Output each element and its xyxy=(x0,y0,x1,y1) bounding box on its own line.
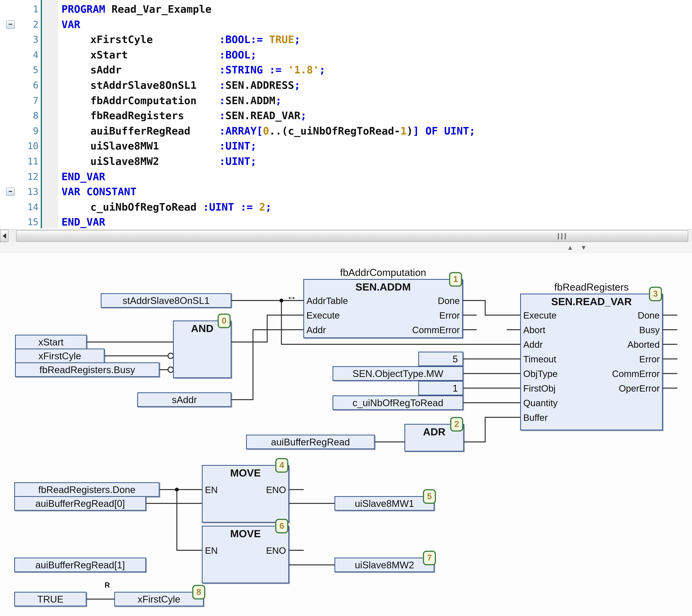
st-declaration-editor[interactable]: 1PROGRAM Read_Var_Example2−VAR3xFirstCyl… xyxy=(0,0,692,228)
code-line[interactable]: uiSlave8MW2:UINT; xyxy=(62,154,257,169)
fb-block-move2[interactable]: MOVEENENO xyxy=(202,526,289,583)
var-box-quantity-value[interactable]: c_uiNbOfRegToRead xyxy=(332,395,463,410)
inout-arrow-icon: ↔ xyxy=(286,290,297,303)
output-pin-eno: ENO xyxy=(266,545,286,556)
code-line[interactable]: xFirstCyle:BOOL:= TRUE; xyxy=(62,32,300,47)
scrollbar-grip-icon xyxy=(558,233,566,239)
code-line[interactable]: fbReadRegisters:SEN.READ_VAR; xyxy=(62,108,307,123)
output-pin-busy: Busy xyxy=(639,325,660,335)
line-number: 4 xyxy=(0,47,39,63)
code-line[interactable]: stAddrSlave8OnSL1:SEN.ADDRESS; xyxy=(62,78,300,93)
input-pin-addr: Addr xyxy=(306,325,326,335)
code-line[interactable]: END_VAR xyxy=(62,215,105,230)
input-pin-objtype: ObjType xyxy=(523,369,558,379)
input-pin-execute: Execute xyxy=(306,310,340,321)
code-line[interactable]: fbAddrComputation:SEN.ADDM; xyxy=(62,93,282,108)
fbd-network-canvas: stAddrSlave8OnSL1xStartxFirstCylefbReadR… xyxy=(0,253,692,616)
input-pin-en: EN xyxy=(205,485,218,495)
code-line[interactable]: uiSlave8MW1:UINT; xyxy=(62,138,257,154)
line-number: 6 xyxy=(0,78,39,93)
var-box-timeout-value[interactable]: 5 xyxy=(418,352,463,366)
var-box-fbReadRegisters.Done[interactable]: fbReadRegisters.Done xyxy=(14,482,159,497)
execution-order-badge: 5 xyxy=(423,489,436,504)
fold-collapse-button[interactable]: − xyxy=(6,188,15,196)
plc-ide-view: 1PROGRAM Read_Var_Example2−VAR3xFirstCyl… xyxy=(0,0,692,616)
var-box-auiBufferRegRead[interactable]: auiBufferRegRead xyxy=(246,435,375,449)
var-box-xFirstCyle-out[interactable]: xFirstCyle xyxy=(114,592,204,607)
instance-label-fbAddrComputation: fbAddrComputation xyxy=(303,267,463,279)
scrollbar-left-arrow-button[interactable] xyxy=(0,230,8,242)
output-pin-commerror: CommError xyxy=(612,369,660,379)
code-line[interactable]: auiBufferRegRead:ARRAY[0..(c_uiNbOfRegTo… xyxy=(62,123,475,139)
input-pin-quantity: Quantity xyxy=(523,398,558,409)
code-line[interactable]: END_VAR xyxy=(62,169,105,184)
line-number: 9 xyxy=(0,123,39,139)
code-line[interactable]: c_uiNbOfRegToRead :UINT := 2; xyxy=(62,199,272,215)
code-line[interactable]: VAR CONSTANT xyxy=(62,184,136,199)
var-box-objtype-value[interactable]: SEN.ObjectType.MW xyxy=(332,366,463,381)
left-arrow-icon xyxy=(2,233,6,239)
block-title: SEN.READ_VAR xyxy=(521,296,662,308)
var-box-fbReadRegisters.Busy[interactable]: fbReadRegisters.Busy xyxy=(15,362,159,377)
input-pin-addr: Addr xyxy=(523,339,543,350)
execution-order-badge: 4 xyxy=(275,458,288,473)
splitter-expand-up-button[interactable]: ▲ xyxy=(564,244,576,252)
input-pin-execute: Execute xyxy=(523,310,557,321)
var-box-uiSlave8MW2[interactable]: uiSlave8MW2 xyxy=(334,557,434,572)
var-box-uiSlave8MW1[interactable]: uiSlave8MW1 xyxy=(334,496,434,511)
code-line[interactable]: sAddr:STRING := '1.8'; xyxy=(62,62,325,78)
var-box-stAddrSlave8OnSL1[interactable]: stAddrSlave8OnSL1 xyxy=(101,293,232,308)
line-number: 7 xyxy=(0,93,39,108)
execution-order-badge: 2 xyxy=(450,417,463,432)
line-number: 10 xyxy=(0,138,39,154)
fb-block-move1[interactable]: MOVEENENO xyxy=(202,465,289,523)
var-box-TRUE[interactable]: TRUE xyxy=(14,592,87,607)
input-pin-buffer: Buffer xyxy=(523,412,548,423)
output-pin-error: Error xyxy=(639,354,660,365)
execution-order-badge: 7 xyxy=(423,551,436,565)
output-pin-eno: ENO xyxy=(266,485,286,495)
output-pin-done: Done xyxy=(637,310,660,321)
var-box-sAddr[interactable]: sAddr xyxy=(137,392,232,407)
execution-order-badge: 1 xyxy=(449,272,462,287)
splitter-band: ▲ ▼ xyxy=(0,242,692,253)
horizontal-scrollbar[interactable] xyxy=(0,229,692,243)
line-number: 3 xyxy=(0,32,39,47)
execution-order-badge: 3 xyxy=(649,287,662,301)
gutter-strip xyxy=(42,0,58,228)
input-pin-timeout: Timeout xyxy=(523,354,556,365)
instance-label-fbReadRegisters: fbReadRegisters xyxy=(520,281,663,293)
line-number: 13 xyxy=(0,184,39,199)
execution-order-badge: 0 xyxy=(218,313,231,328)
input-pin-abort: Abort xyxy=(523,325,545,335)
scrollbar-thumb[interactable] xyxy=(16,230,688,242)
var-box-firstobj-value[interactable]: 1 xyxy=(418,381,463,395)
code-line[interactable]: xStart:BOOL; xyxy=(62,47,257,63)
splitter-expand-down-button[interactable]: ▼ xyxy=(578,244,590,252)
reset-marker: R xyxy=(105,581,110,590)
line-number: 11 xyxy=(0,154,39,169)
code-line[interactable]: VAR xyxy=(62,17,80,32)
fb-block-readvar[interactable]: SEN.READ_VARExecuteAbortAddrTimeoutObjTy… xyxy=(520,293,663,431)
code-line[interactable]: PROGRAM Read_Var_Example xyxy=(62,2,212,17)
line-number: 12 xyxy=(0,169,39,184)
output-pin-opererror: OperError xyxy=(619,383,660,394)
line-number: 15 xyxy=(0,215,39,230)
output-pin-commerror: CommError xyxy=(412,325,460,335)
var-box-xFirstCyle[interactable]: xFirstCyle xyxy=(15,349,105,363)
input-pin-en: EN xyxy=(205,545,218,556)
var-box-auiBufferRegRead1[interactable]: auiBufferRegRead[1] xyxy=(14,557,146,572)
fb-block-and[interactable]: AND xyxy=(173,321,232,378)
var-box-auiBufferRegRead0[interactable]: auiBufferRegRead[0] xyxy=(14,496,146,511)
gutter-divider xyxy=(41,0,42,228)
input-pin-addrtable: AddrTable xyxy=(306,295,348,306)
output-pin-error: Error xyxy=(439,310,460,321)
execution-order-badge: 6 xyxy=(275,519,288,533)
fold-collapse-button[interactable]: − xyxy=(6,20,15,29)
output-pin-aborted: Aborted xyxy=(627,339,660,350)
fb-block-addm[interactable]: SEN.ADDMAddrTableExecuteAddrDoneErrorCom… xyxy=(303,279,463,338)
line-number: 1 xyxy=(0,2,39,17)
line-number: 8 xyxy=(0,108,39,123)
var-box-xStart[interactable]: xStart xyxy=(15,335,87,349)
line-number: 2 xyxy=(0,17,39,32)
